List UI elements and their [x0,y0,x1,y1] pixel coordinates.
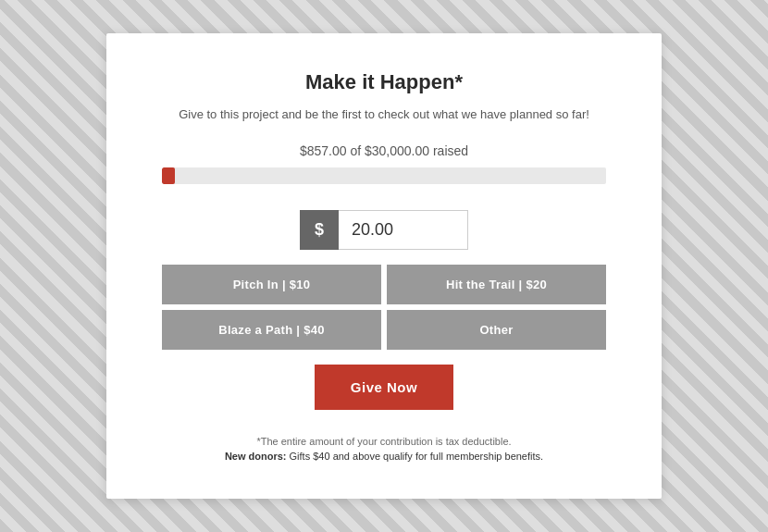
give-now-button[interactable]: Give Now [315,365,453,410]
footer-notes: *The entire amount of your contribution … [162,436,606,462]
donation-card: Make it Happen* Give to this project and… [106,33,662,499]
raised-amount-text: $857.00 of $30,000.00 raised [162,143,606,158]
footer-note-tax: *The entire amount of your contribution … [162,436,606,447]
amount-input[interactable] [339,210,468,250]
pitch-in-button[interactable]: Pitch In | $10 [162,265,381,304]
footer-note-donors-prefix: New donors: [225,451,287,462]
card-subtitle: Give to this project and be the first to… [162,107,606,121]
progress-bar-fill [162,167,175,184]
amount-input-row: $ [162,210,606,250]
blaze-path-button[interactable]: Blaze a Path | $40 [162,310,381,350]
dollar-sign-box: $ [300,210,339,250]
donation-buttons-grid: Pitch In | $10 Hit the Trail | $20 Blaze… [162,265,606,350]
hit-trail-button[interactable]: Hit the Trail | $20 [387,265,606,304]
footer-note-donors-suffix: Gifts $40 and above qualify for full mem… [287,451,544,462]
card-title: Make it Happen* [162,70,606,94]
other-button[interactable]: Other [387,310,606,350]
progress-bar-container [162,167,606,184]
footer-note-donors: New donors: Gifts $40 and above qualify … [162,451,606,462]
